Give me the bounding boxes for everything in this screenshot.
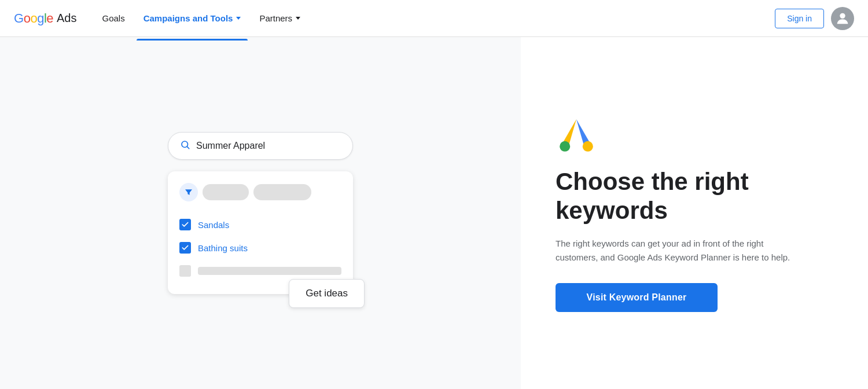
svg-point-4 xyxy=(583,141,593,151)
main-description: The right keywords can get your ad in fr… xyxy=(556,237,799,265)
checkbox-empty[interactable] xyxy=(179,265,191,277)
right-panel: Choose the right keywords The right keyw… xyxy=(521,37,868,389)
sign-in-button[interactable]: Sign in xyxy=(775,9,824,28)
main-nav: Goals Campaigns and Tools Partners xyxy=(95,9,775,28)
google-ads-logo-icon xyxy=(556,114,597,156)
filter-chip-2[interactable] xyxy=(253,184,311,200)
keyword-row-bathing-suits: Bathing suits xyxy=(179,236,341,259)
get-ideas-wrap: Get ideas xyxy=(289,279,365,308)
nav-partners[interactable]: Partners xyxy=(252,9,307,28)
header-right: Sign in xyxy=(775,7,854,30)
main-content: Summer Apparel xyxy=(0,37,868,389)
header: Google Ads Goals Campaigns and Tools Par… xyxy=(0,0,868,37)
svg-point-3 xyxy=(560,141,570,151)
filter-icon[interactable] xyxy=(179,183,198,201)
nav-goals[interactable]: Goals xyxy=(95,9,131,28)
get-ideas-button[interactable]: Get ideas xyxy=(289,279,365,308)
filter-row xyxy=(179,183,341,201)
campaigns-chevron-icon xyxy=(236,17,241,20)
nav-campaigns-and-tools[interactable]: Campaigns and Tools xyxy=(137,9,248,28)
google-logo: Google xyxy=(14,11,53,26)
partners-chevron-icon xyxy=(296,17,300,20)
keyword-sandals-label: Sandals xyxy=(198,220,229,230)
logo-area: Google Ads xyxy=(14,11,76,26)
ads-wordmark: Ads xyxy=(57,12,76,25)
main-headline: Choose the right keywords xyxy=(556,167,822,226)
checkbox-sandals[interactable] xyxy=(179,219,191,230)
checkbox-bathing-suits[interactable] xyxy=(179,242,191,254)
search-icon xyxy=(180,140,190,152)
ads-icon xyxy=(556,114,822,158)
svg-point-0 xyxy=(840,13,845,18)
search-container: Summer Apparel xyxy=(168,132,353,160)
search-bar[interactable]: Summer Apparel xyxy=(168,132,353,160)
keyword-row-sandals: Sandals xyxy=(179,213,341,236)
search-value: Summer Apparel xyxy=(196,141,265,151)
keyword-bathing-suits-label: Bathing suits xyxy=(198,243,248,253)
left-panel: Summer Apparel xyxy=(0,37,521,389)
user-icon xyxy=(834,10,851,27)
svg-line-2 xyxy=(187,146,189,148)
keyword-card: Sandals Bathing suits Get ideas xyxy=(168,171,353,294)
filter-chip-1[interactable] xyxy=(203,184,249,200)
visit-keyword-planner-button[interactable]: Visit Keyword Planner xyxy=(556,283,718,312)
keyword-placeholder xyxy=(198,267,341,275)
avatar[interactable] xyxy=(831,7,854,30)
